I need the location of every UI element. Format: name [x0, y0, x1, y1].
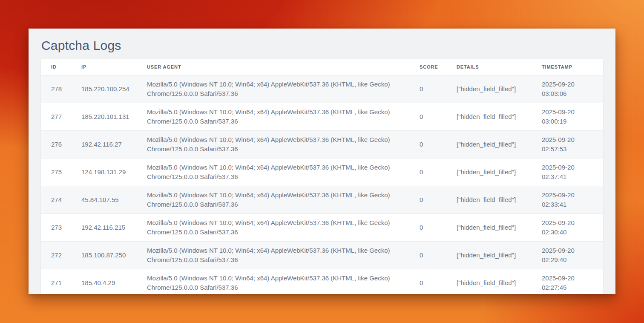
cell-id: 276: [41, 130, 71, 158]
column-header-details: DETAILS: [446, 59, 532, 75]
cell-ip: 45.84.107.55: [71, 186, 137, 213]
column-header-score: SCORE: [409, 59, 446, 75]
cell-ip: 192.42.116.215: [71, 213, 137, 241]
cell-user_agent: Mozilla/5.0 (Windows NT 10.0; Win64; x64…: [137, 158, 409, 186]
column-header-id: ID: [41, 59, 71, 75]
table-row: 275124.198.131.29Mozilla/5.0 (Windows NT…: [41, 158, 603, 186]
table-body: 278185.220.100.254Mozilla/5.0 (Windows N…: [41, 75, 603, 294]
cell-timestamp: 2025-09-20 02:30:40: [532, 213, 603, 241]
cell-user_agent: Mozilla/5.0 (Windows NT 10.0; Win64; x64…: [137, 75, 409, 103]
column-header-user_agent: USER AGENT: [137, 59, 409, 75]
cell-user_agent: Mozilla/5.0 (Windows NT 10.0; Win64; x64…: [137, 103, 409, 130]
cell-score: 0: [409, 241, 446, 269]
logs-table-container: IDIPUSER AGENTSCOREDETAILSTIMESTAMP 2781…: [41, 59, 603, 294]
table-row: 271185.40.4.29Mozilla/5.0 (Windows NT 10…: [41, 269, 603, 294]
cell-id: 273: [41, 213, 71, 241]
cell-ip: 192.42.116.27: [71, 130, 137, 158]
column-header-timestamp: TIMESTAMP: [532, 59, 603, 75]
cell-score: 0: [409, 213, 446, 241]
cell-id: 272: [41, 241, 71, 269]
cell-score: 0: [409, 75, 446, 103]
cell-user_agent: Mozilla/5.0 (Windows NT 10.0; Win64; x64…: [137, 130, 409, 158]
cell-score: 0: [409, 103, 446, 130]
cell-details: ["hidden_field_filled"]: [446, 241, 532, 269]
table-row: 27445.84.107.55Mozilla/5.0 (Windows NT 1…: [41, 186, 603, 213]
table-row: 272185.100.87.250Mozilla/5.0 (Windows NT…: [41, 241, 603, 269]
cell-timestamp: 2025-09-20 02:57:53: [532, 130, 603, 158]
cell-id: 274: [41, 186, 71, 213]
cell-timestamp: 2025-09-20 02:37:41: [532, 158, 603, 186]
cell-details: ["hidden_field_filled"]: [446, 186, 532, 213]
cell-ip: 185.100.87.250: [71, 241, 137, 269]
column-header-ip: IP: [71, 59, 137, 75]
cell-id: 277: [41, 103, 71, 130]
cell-id: 271: [41, 269, 71, 294]
cell-user_agent: Mozilla/5.0 (Windows NT 10.0; Win64; x64…: [137, 186, 409, 213]
gradient-background: { "page": { "title": "Captcha Logs" }, "…: [0, 0, 644, 323]
cell-ip: 185.220.100.254: [71, 75, 137, 103]
cell-score: 0: [409, 158, 446, 186]
cell-user_agent: Mozilla/5.0 (Windows NT 10.0; Win64; x64…: [137, 241, 409, 269]
cell-ip: 185.40.4.29: [71, 269, 137, 294]
cell-details: ["hidden_field_filled"]: [446, 130, 532, 158]
table-row: 277185.220.101.131Mozilla/5.0 (Windows N…: [41, 103, 603, 130]
cell-details: ["hidden_field_filled"]: [446, 103, 532, 130]
cell-score: 0: [409, 130, 446, 158]
cell-timestamp: 2025-09-20 02:33:41: [532, 186, 603, 213]
table-row: 273192.42.116.215Mozilla/5.0 (Windows NT…: [41, 213, 603, 241]
table-row: 278185.220.100.254Mozilla/5.0 (Windows N…: [41, 75, 603, 103]
cell-details: ["hidden_field_filled"]: [446, 269, 532, 294]
cell-details: ["hidden_field_filled"]: [446, 158, 532, 186]
cell-ip: 185.220.101.131: [71, 103, 137, 130]
cell-timestamp: 2025-09-20 03:00:19: [532, 103, 603, 130]
cell-timestamp: 2025-09-20 02:29:40: [532, 241, 603, 269]
table-row: 276192.42.116.27Mozilla/5.0 (Windows NT …: [41, 130, 603, 158]
page-title: Captcha Logs: [41, 38, 603, 53]
cell-ip: 124.198.131.29: [71, 158, 137, 186]
cell-score: 0: [409, 186, 446, 213]
cell-user_agent: Mozilla/5.0 (Windows NT 10.0; Win64; x64…: [137, 269, 409, 294]
cell-id: 278: [41, 75, 71, 103]
cell-score: 0: [409, 269, 446, 294]
cell-timestamp: 2025-09-20 03:03:06: [532, 75, 603, 103]
captcha-logs-card: Captcha Logs IDIPUSER AGENTSCOREDETAILST…: [29, 29, 615, 294]
table-header-row: IDIPUSER AGENTSCOREDETAILSTIMESTAMP: [41, 59, 603, 75]
cell-timestamp: 2025-09-20 02:27:45: [532, 269, 603, 294]
cell-user_agent: Mozilla/5.0 (Windows NT 10.0; Win64; x64…: [137, 213, 409, 241]
cell-details: ["hidden_field_filled"]: [446, 213, 532, 241]
logs-table: IDIPUSER AGENTSCOREDETAILSTIMESTAMP 2781…: [41, 59, 603, 294]
cell-id: 275: [41, 158, 71, 186]
cell-details: ["hidden_field_filled"]: [446, 75, 532, 103]
